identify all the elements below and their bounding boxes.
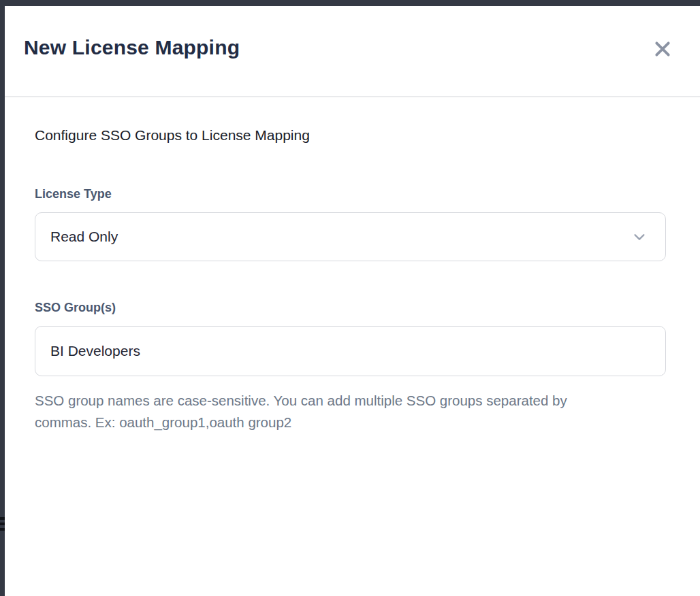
sso-groups-input[interactable] (35, 326, 666, 376)
license-type-selected-value: Read Only (50, 229, 118, 245)
modal-body: Configure SSO Groups to License Mapping … (5, 97, 700, 433)
license-type-select[interactable]: Read Only (35, 212, 666, 261)
modal-header: New License Mapping (5, 6, 700, 97)
chevron-down-icon (631, 229, 648, 245)
spacer (35, 261, 666, 301)
background-page-edge-mark (0, 514, 5, 537)
modal-title: New License Mapping (24, 36, 240, 59)
close-button[interactable] (651, 38, 674, 61)
new-license-mapping-modal: New License Mapping Configure SSO Groups… (5, 6, 700, 596)
license-type-label: License Type (35, 187, 666, 201)
modal-description: Configure SSO Groups to License Mapping (35, 127, 666, 144)
sso-groups-help-text: SSO group names are case-sensitive. You … (35, 390, 620, 433)
close-icon (654, 40, 671, 60)
sso-groups-label: SSO Group(s) (35, 301, 666, 315)
